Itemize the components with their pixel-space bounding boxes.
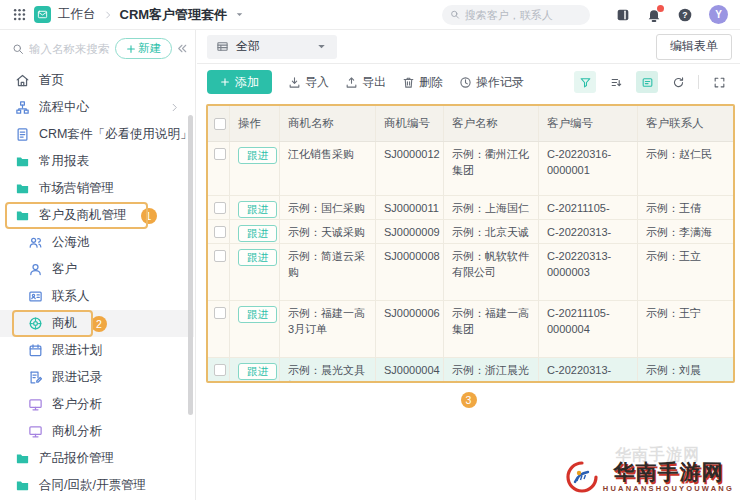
row-checkbox[interactable] — [214, 202, 226, 214]
workflow-icon — [15, 100, 30, 115]
breadcrumb-workspace[interactable]: 工作台 — [58, 6, 96, 23]
monitor-icon — [28, 397, 43, 412]
home-icon — [15, 73, 30, 88]
add-button[interactable]: 添加 — [207, 70, 272, 94]
svg-text:?: ? — [682, 10, 687, 20]
sidebar-item-9[interactable]: 商机2 — [0, 310, 194, 337]
form-view-button[interactable] — [636, 71, 658, 93]
import-icon — [288, 76, 301, 89]
table-row[interactable]: 跟进示例：天诚采购SJ0000009示例：北京天诚软件...C-20220313… — [208, 220, 733, 244]
title-caret-icon[interactable] — [234, 9, 245, 20]
edit-form-button[interactable]: 编辑表单 — [656, 34, 732, 60]
sidebar-item-14[interactable]: 产品报价管理 — [0, 445, 194, 472]
sidebar-item-label: 首页 — [39, 72, 64, 89]
panel-toggle-icon[interactable] — [615, 7, 631, 23]
opportunity-name-cell: 江化销售采购 — [280, 142, 376, 195]
sidebar-item-label: 市场营销管理 — [39, 180, 114, 197]
sidebar-item-8[interactable]: 联系人 — [0, 283, 194, 310]
customer-name-cell: 示例：帆软软件有限公司 — [444, 244, 539, 300]
apps-grid-icon[interactable] — [12, 7, 27, 22]
row-checkbox[interactable] — [214, 364, 226, 376]
follow-up-button[interactable]: 跟进 — [238, 225, 277, 242]
filter-button[interactable] — [574, 71, 596, 93]
sidebar-scrollbar[interactable] — [188, 115, 193, 415]
table-row[interactable]: 跟进示例：简道云采购SJ0000008示例：帆软软件有限公司C-20220313… — [208, 244, 733, 301]
refresh-icon — [672, 76, 685, 89]
table-row[interactable]: 跟进江化销售采购SJ0000012示例：衢州江化集团C-20220316-000… — [208, 142, 733, 196]
row-checkbox[interactable] — [214, 148, 226, 160]
global-search-input[interactable] — [465, 9, 582, 21]
row-checkbox[interactable] — [214, 250, 226, 262]
sidebar-item-13[interactable]: 商机分析 — [0, 418, 194, 445]
opportunity-code-cell: SJ0000011 — [376, 196, 444, 219]
follow-up-button[interactable]: 跟进 — [238, 147, 277, 164]
sidebar-item-5[interactable]: 客户及商机管理1 — [0, 202, 194, 229]
folder-icon — [15, 451, 30, 466]
sidebar-search-input[interactable] — [29, 43, 111, 55]
watermark-title: 华南手游网 — [613, 461, 723, 482]
table-row[interactable]: 跟进示例：福建一高3月订单SJ0000006示例：福建一高集团C-2021110… — [208, 301, 733, 358]
sidebar-item-7[interactable]: 客户 — [0, 256, 194, 283]
avatar[interactable]: Y — [709, 5, 728, 24]
table-row[interactable]: 跟进示例：晨光文具设备...SJ0000004示例：浙江晨光文具...C-202… — [208, 358, 733, 381]
toolbar: 添加 导入 导出 删除 操作记录 — [197, 64, 740, 100]
sidebar-item-label: 公海池 — [52, 234, 90, 251]
sidebar-item-6[interactable]: 公海池 — [0, 229, 194, 256]
export-button[interactable]: 导出 — [345, 74, 386, 91]
bell-icon[interactable] — [646, 7, 662, 23]
row-action-cell: 跟进 — [230, 220, 280, 243]
fullscreen-button[interactable] — [708, 71, 730, 93]
row-select-cell — [208, 196, 230, 219]
column-header: 客户联系人 — [638, 106, 733, 141]
site-watermark: 华南手游网 HUANANSHOUYOUWANG — [565, 460, 734, 494]
global-search[interactable] — [442, 5, 590, 25]
sidebar-item-4[interactable]: 市场营销管理 — [0, 175, 194, 202]
follow-up-button[interactable]: 跟进 — [238, 201, 277, 218]
help-icon[interactable]: ? — [677, 7, 693, 23]
opportunity-name-cell: 示例：天诚采购 — [280, 220, 376, 243]
crm-app: 工作台 CRM客户管理套件 ? Y 新建 首页流程中心CRM套件「必看使用说明」… — [0, 0, 740, 500]
sidebar-item-3[interactable]: 常用报表 — [0, 148, 194, 175]
sidebar-item-10[interactable]: 跟进计划 — [0, 337, 194, 364]
sort-button[interactable] — [605, 71, 627, 93]
customer-code-cell: C-20211105-0000004 — [539, 301, 638, 357]
row-checkbox[interactable] — [214, 307, 226, 319]
sidebar-item-15[interactable]: 合同/回款/开票管理 — [0, 472, 194, 499]
table-row[interactable]: 跟进示例：国仁采购SJ0000011示例：上海国仁有限...C-20211105… — [208, 196, 733, 220]
opportunity-code-cell: SJ0000009 — [376, 220, 444, 243]
collapse-sidebar-icon[interactable] — [176, 42, 189, 55]
app-logo[interactable] — [34, 6, 51, 23]
sidebar-item-1[interactable]: 流程中心 — [0, 94, 194, 121]
operation-log-button[interactable]: 操作记录 — [459, 74, 524, 91]
app-title[interactable]: CRM客户管理套件 — [120, 6, 228, 24]
follow-up-button[interactable]: 跟进 — [238, 249, 277, 266]
new-button[interactable]: 新建 — [115, 38, 172, 59]
sidebar-item-2[interactable]: CRM套件「必看使用说明」 — [0, 121, 194, 148]
operation-log-label: 操作记录 — [476, 74, 524, 91]
follow-up-button[interactable]: 跟进 — [238, 306, 277, 323]
column-header: 商机名称 — [280, 106, 376, 141]
import-button[interactable]: 导入 — [288, 74, 329, 91]
refresh-button[interactable] — [667, 71, 689, 93]
sidebar-item-label: 联系人 — [52, 288, 90, 305]
delete-button[interactable]: 删除 — [402, 74, 443, 91]
row-select-cell — [208, 220, 230, 243]
sidebar-item-label: 客户分析 — [52, 396, 102, 413]
sidebar-search[interactable] — [12, 43, 111, 55]
sidebar-item-0[interactable]: 首页 — [0, 67, 194, 94]
delete-label: 删除 — [419, 74, 443, 91]
sidebar-item-11[interactable]: 跟进记录 — [0, 364, 194, 391]
folder-icon — [15, 154, 30, 169]
follow-up-button[interactable]: 跟进 — [238, 363, 277, 380]
row-checkbox[interactable] — [214, 226, 226, 238]
monitor-icon — [28, 424, 43, 439]
sidebar-item-12[interactable]: 客户分析 — [0, 391, 194, 418]
select-all-checkbox[interactable] — [214, 118, 226, 130]
customer-contact-cell: 示例：王倩 — [638, 196, 733, 219]
view-filter-dropdown[interactable]: 全部 — [207, 35, 337, 59]
clock-icon — [459, 76, 472, 89]
customer-code-cell: C-20211105-0000001 — [539, 196, 638, 219]
add-button-label: 添加 — [235, 74, 259, 91]
calendar-icon — [28, 343, 43, 358]
trash-icon — [402, 76, 415, 89]
